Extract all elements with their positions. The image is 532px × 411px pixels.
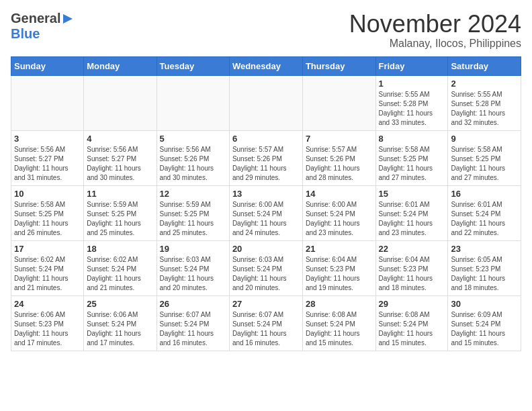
calendar-day-cell <box>229 75 302 130</box>
day-number: 23 <box>451 244 518 254</box>
day-info: Sunrise: 5:59 AM Sunset: 5:25 PM Dayligh… <box>160 200 226 238</box>
day-number: 21 <box>306 244 373 254</box>
calendar-week-1: 1Sunrise: 5:55 AM Sunset: 5:28 PM Daylig… <box>11 75 521 130</box>
day-number: 17 <box>14 244 81 254</box>
day-number: 13 <box>232 189 300 199</box>
day-info: Sunrise: 6:01 AM Sunset: 5:24 PM Dayligh… <box>379 200 445 238</box>
calendar-day-cell: 30Sunrise: 6:09 AM Sunset: 5:24 PM Dayli… <box>448 295 521 351</box>
calendar-day-cell: 14Sunrise: 6:00 AM Sunset: 5:24 PM Dayli… <box>302 185 375 240</box>
calendar-day-cell: 10Sunrise: 5:58 AM Sunset: 5:25 PM Dayli… <box>11 185 84 240</box>
day-number: 11 <box>87 189 153 199</box>
logo-blue-text: Blue <box>11 26 40 42</box>
day-number: 22 <box>379 244 445 254</box>
calendar-table: SundayMondayTuesdayWednesdayThursdayFrid… <box>11 56 521 351</box>
day-info: Sunrise: 5:58 AM Sunset: 5:25 PM Dayligh… <box>14 200 81 238</box>
calendar-day-cell: 21Sunrise: 6:04 AM Sunset: 5:23 PM Dayli… <box>302 240 375 295</box>
day-number: 29 <box>379 299 445 309</box>
day-number: 8 <box>379 134 445 144</box>
calendar-day-cell: 17Sunrise: 6:02 AM Sunset: 5:24 PM Dayli… <box>11 240 84 295</box>
day-info: Sunrise: 5:57 AM Sunset: 5:26 PM Dayligh… <box>306 145 373 183</box>
day-info: Sunrise: 5:56 AM Sunset: 5:27 PM Dayligh… <box>87 145 153 183</box>
day-number: 25 <box>87 299 153 309</box>
calendar-day-cell: 13Sunrise: 6:00 AM Sunset: 5:24 PM Dayli… <box>229 185 302 240</box>
month-year-title: November 2024 <box>349 11 521 38</box>
calendar-day-cell: 15Sunrise: 6:01 AM Sunset: 5:24 PM Dayli… <box>375 185 448 240</box>
header: General Blue November 2024 Malanay, Iloc… <box>11 11 521 50</box>
day-info: Sunrise: 5:58 AM Sunset: 5:25 PM Dayligh… <box>379 145 445 183</box>
calendar-day-cell: 6Sunrise: 5:57 AM Sunset: 5:26 PM Daylig… <box>229 130 302 185</box>
logo-icon <box>60 11 75 26</box>
calendar-week-5: 24Sunrise: 6:06 AM Sunset: 5:23 PM Dayli… <box>11 295 521 351</box>
calendar-header-saturday: Saturday <box>448 56 521 75</box>
calendar-day-cell <box>84 75 157 130</box>
calendar-day-cell: 29Sunrise: 6:08 AM Sunset: 5:24 PM Dayli… <box>375 295 448 351</box>
calendar-day-cell: 9Sunrise: 5:58 AM Sunset: 5:25 PM Daylig… <box>448 130 521 185</box>
day-info: Sunrise: 6:02 AM Sunset: 5:24 PM Dayligh… <box>14 255 81 293</box>
day-info: Sunrise: 6:03 AM Sunset: 5:24 PM Dayligh… <box>160 255 226 293</box>
day-info: Sunrise: 6:08 AM Sunset: 5:24 PM Dayligh… <box>379 310 445 348</box>
calendar-day-cell: 7Sunrise: 5:57 AM Sunset: 5:26 PM Daylig… <box>302 130 375 185</box>
calendar-header-tuesday: Tuesday <box>157 56 229 75</box>
calendar-day-cell: 19Sunrise: 6:03 AM Sunset: 5:24 PM Dayli… <box>157 240 229 295</box>
day-info: Sunrise: 5:57 AM Sunset: 5:26 PM Dayligh… <box>232 145 300 183</box>
day-number: 19 <box>160 244 226 254</box>
calendar-day-cell: 12Sunrise: 5:59 AM Sunset: 5:25 PM Dayli… <box>157 185 229 240</box>
calendar-day-cell: 27Sunrise: 6:07 AM Sunset: 5:24 PM Dayli… <box>229 295 302 351</box>
day-info: Sunrise: 6:04 AM Sunset: 5:23 PM Dayligh… <box>306 255 373 293</box>
calendar-day-cell: 5Sunrise: 5:56 AM Sunset: 5:26 PM Daylig… <box>157 130 229 185</box>
calendar-day-cell: 1Sunrise: 5:55 AM Sunset: 5:28 PM Daylig… <box>375 75 448 130</box>
day-number: 2 <box>451 79 518 89</box>
day-number: 14 <box>306 189 373 199</box>
calendar-day-cell: 23Sunrise: 6:05 AM Sunset: 5:23 PM Dayli… <box>448 240 521 295</box>
calendar-header-sunday: Sunday <box>11 56 84 75</box>
calendar-day-cell <box>302 75 375 130</box>
day-number: 24 <box>14 299 81 309</box>
day-number: 28 <box>306 299 373 309</box>
day-info: Sunrise: 5:56 AM Sunset: 5:26 PM Dayligh… <box>160 145 226 183</box>
day-number: 15 <box>379 189 445 199</box>
day-info: Sunrise: 6:03 AM Sunset: 5:24 PM Dayligh… <box>232 255 300 293</box>
title-section: November 2024 Malanay, Ilocos, Philippin… <box>349 11 521 50</box>
calendar-week-2: 3Sunrise: 5:56 AM Sunset: 5:27 PM Daylig… <box>11 130 521 185</box>
day-info: Sunrise: 6:07 AM Sunset: 5:24 PM Dayligh… <box>160 310 226 348</box>
day-info: Sunrise: 6:02 AM Sunset: 5:24 PM Dayligh… <box>87 255 153 293</box>
day-info: Sunrise: 5:55 AM Sunset: 5:28 PM Dayligh… <box>451 90 518 128</box>
calendar-day-cell: 3Sunrise: 5:56 AM Sunset: 5:27 PM Daylig… <box>11 130 84 185</box>
day-info: Sunrise: 6:00 AM Sunset: 5:24 PM Dayligh… <box>306 200 373 238</box>
day-info: Sunrise: 6:06 AM Sunset: 5:24 PM Dayligh… <box>87 310 153 348</box>
day-info: Sunrise: 5:56 AM Sunset: 5:27 PM Dayligh… <box>14 145 81 183</box>
day-number: 26 <box>160 299 226 309</box>
day-info: Sunrise: 5:59 AM Sunset: 5:25 PM Dayligh… <box>87 200 153 238</box>
day-number: 20 <box>232 244 300 254</box>
calendar-day-cell: 28Sunrise: 6:08 AM Sunset: 5:24 PM Dayli… <box>302 295 375 351</box>
day-number: 10 <box>14 189 81 199</box>
day-number: 6 <box>232 134 300 144</box>
day-number: 9 <box>451 134 518 144</box>
day-info: Sunrise: 5:58 AM Sunset: 5:25 PM Dayligh… <box>451 145 518 183</box>
day-info: Sunrise: 6:07 AM Sunset: 5:24 PM Dayligh… <box>232 310 300 348</box>
calendar-day-cell: 11Sunrise: 5:59 AM Sunset: 5:25 PM Dayli… <box>84 185 157 240</box>
calendar-header-monday: Monday <box>84 56 157 75</box>
day-number: 3 <box>14 134 81 144</box>
calendar-day-cell <box>157 75 229 130</box>
calendar-day-cell <box>11 75 84 130</box>
calendar-header-thursday: Thursday <box>302 56 375 75</box>
calendar-header-wednesday: Wednesday <box>229 56 302 75</box>
calendar-week-4: 17Sunrise: 6:02 AM Sunset: 5:24 PM Dayli… <box>11 240 521 295</box>
logo-general-text: General <box>11 11 60 26</box>
calendar-week-3: 10Sunrise: 5:58 AM Sunset: 5:25 PM Dayli… <box>11 185 521 240</box>
day-info: Sunrise: 6:09 AM Sunset: 5:24 PM Dayligh… <box>451 310 518 348</box>
day-info: Sunrise: 6:05 AM Sunset: 5:23 PM Dayligh… <box>451 255 518 293</box>
day-number: 5 <box>160 134 226 144</box>
calendar-day-cell: 8Sunrise: 5:58 AM Sunset: 5:25 PM Daylig… <box>375 130 448 185</box>
calendar-day-cell: 24Sunrise: 6:06 AM Sunset: 5:23 PM Dayli… <box>11 295 84 351</box>
day-number: 16 <box>451 189 518 199</box>
calendar-header-row: SundayMondayTuesdayWednesdayThursdayFrid… <box>11 56 521 75</box>
day-number: 18 <box>87 244 153 254</box>
day-number: 27 <box>232 299 300 309</box>
day-info: Sunrise: 6:06 AM Sunset: 5:23 PM Dayligh… <box>14 310 81 348</box>
calendar-header-friday: Friday <box>375 56 448 75</box>
calendar-day-cell: 16Sunrise: 6:01 AM Sunset: 5:24 PM Dayli… <box>448 185 521 240</box>
calendar-day-cell: 25Sunrise: 6:06 AM Sunset: 5:24 PM Dayli… <box>84 295 157 351</box>
svg-marker-0 <box>63 14 73 24</box>
